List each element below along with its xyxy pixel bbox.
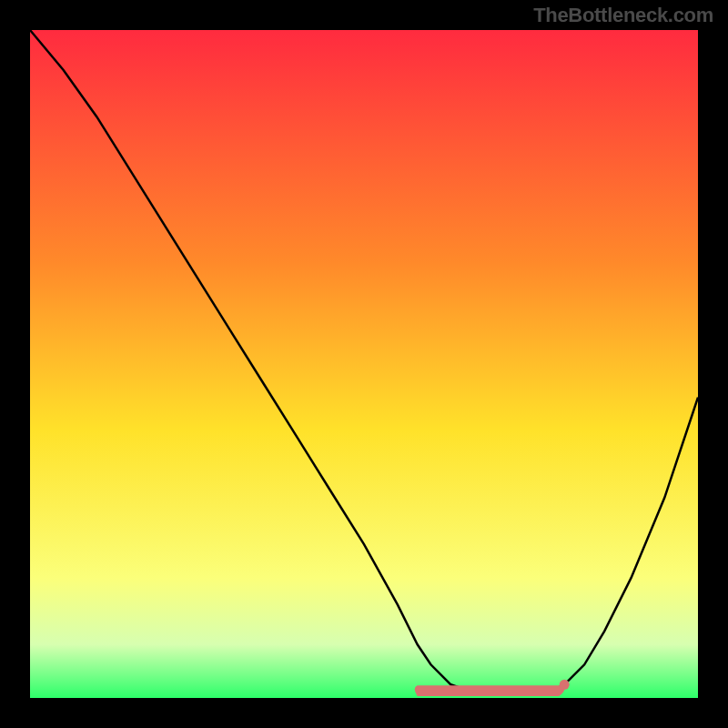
optimal-zone-ribbon [415,685,565,696]
plot-background [30,30,698,698]
bottleneck-chart [0,0,728,728]
marker-dot [560,680,570,690]
watermark-text: TheBottleneck.com [533,4,713,27]
